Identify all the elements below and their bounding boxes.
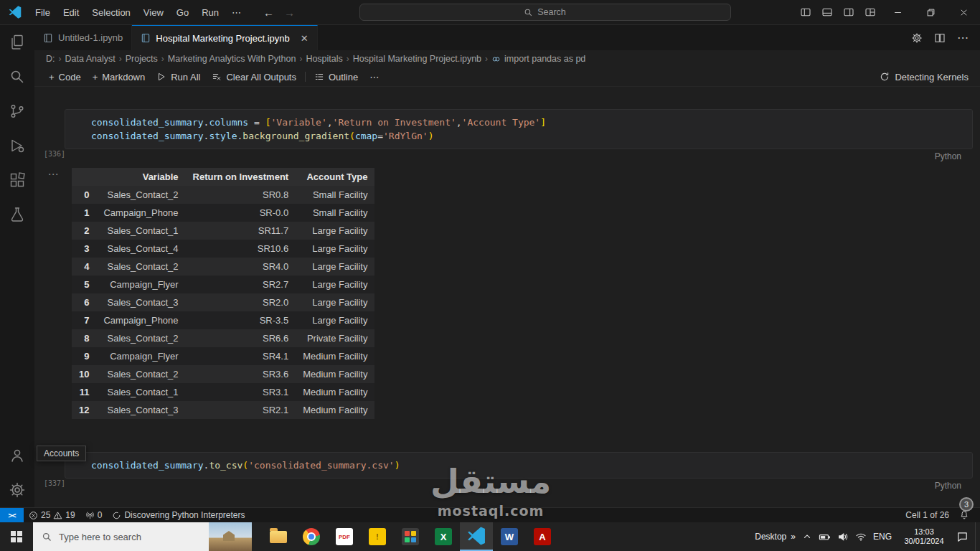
python-interpreter-status[interactable]: Discovering Python Interpreters	[107, 508, 250, 523]
search-sidebar-icon[interactable]	[0, 60, 34, 94]
overlay-badge: 3	[959, 497, 974, 512]
loading-spinner-icon	[112, 511, 121, 520]
toolbar-more-icon[interactable]: ⋯	[364, 67, 385, 87]
back-icon[interactable]: ←	[263, 6, 274, 19]
toggle-sidebar-icon[interactable]	[795, 0, 816, 25]
breadcrumb-item[interactable]: D:	[46, 54, 55, 64]
column-header: Return on Investment	[186, 168, 296, 186]
ports-indicator[interactable]: 0	[80, 508, 108, 523]
table-row: 2Sales_Contact_1SR11.7Large Facility	[72, 222, 374, 240]
remote-indicator[interactable]: ><	[0, 508, 24, 522]
kernel-status[interactable]: Detecting Kernels	[880, 72, 969, 83]
search-icon	[42, 532, 52, 542]
cell-language-label[interactable]: Python	[935, 151, 961, 161]
kernel-refresh-icon	[880, 72, 890, 82]
add-markdown-cell-button[interactable]: + Markdown	[87, 67, 151, 87]
excel-icon[interactable]: X	[427, 522, 460, 551]
action-center-icon[interactable]	[956, 531, 969, 543]
pdf-app-icon[interactable]: PDF	[328, 522, 361, 551]
problems-indicator[interactable]: 25 19	[24, 508, 80, 523]
editor-more-icon[interactable]: ⋯	[953, 25, 973, 50]
breadcrumb-item[interactable]: Hospital Marketing Project.ipynb	[353, 54, 481, 64]
hidden-icons-chevron-icon[interactable]	[802, 532, 812, 542]
editor-settings-gear-icon[interactable]	[907, 25, 927, 50]
vscode-taskbar-icon[interactable]	[460, 522, 493, 551]
menu-selection[interactable]: Selection	[85, 0, 136, 25]
breadcrumb-item[interactable]: Marketing Analytics With Python	[168, 54, 296, 64]
chevron-double-icon: »	[791, 532, 796, 542]
chevron-right-icon: ›	[347, 54, 349, 64]
testing-icon[interactable]	[0, 197, 34, 232]
file-explorer-icon[interactable]	[262, 522, 295, 551]
taskbar-search-input[interactable]: Type here to search	[33, 522, 252, 551]
chrome-icon[interactable]	[295, 522, 328, 551]
network-wifi-icon[interactable]	[855, 531, 867, 542]
menu-view[interactable]: View	[137, 0, 170, 25]
table-row: 1Campaign_PhoneSR-0.0Small Facility	[72, 204, 374, 222]
table-row: 10Sales_Contact_2SR3.6Medium Facility	[72, 365, 374, 383]
toggle-secondary-sidebar-icon[interactable]	[838, 0, 859, 25]
tab-hospital-marketing-project[interactable]: Hospital Marketing Project.ipynb ✕	[132, 25, 317, 50]
output-more-icon[interactable]: ⋯	[48, 168, 59, 180]
tab-untitled-1[interactable]: Untitled-1.ipynb	[34, 25, 132, 50]
breadcrumb-item[interactable]: Data Analyst	[65, 54, 116, 64]
close-button[interactable]	[947, 0, 980, 25]
explorer-icon[interactable]	[0, 25, 34, 60]
run-all-button[interactable]: Run All	[151, 67, 206, 87]
source-control-icon[interactable]	[0, 94, 34, 128]
code-cell-337: [337] consolidated_summary.to_csv('conso…	[34, 452, 980, 479]
chevron-right-icon: ›	[299, 54, 302, 64]
menu-run[interactable]: Run	[195, 0, 225, 25]
yellow-app-icon[interactable]: !	[361, 522, 394, 551]
menu-more-icon[interactable]: ⋯	[225, 0, 248, 25]
media-app-icon[interactable]	[394, 522, 427, 551]
accounts-tooltip: Accounts	[37, 446, 86, 461]
run-debug-icon[interactable]	[0, 128, 34, 163]
restore-button[interactable]	[914, 0, 947, 25]
settings-gear-icon[interactable]	[0, 473, 34, 507]
search-highlight-image[interactable]	[209, 522, 252, 551]
clear-all-icon	[212, 72, 222, 82]
language-indicator[interactable]: ENG	[873, 532, 892, 542]
table-row: 11Sales_Contact_1SR3.1Medium Facility	[72, 383, 374, 401]
code-editor[interactable]: consolidated_summary.to_csv('consolidate…	[65, 452, 973, 479]
add-code-cell-button[interactable]: + Code	[43, 67, 87, 87]
extensions-icon[interactable]	[0, 163, 34, 197]
accounts-icon[interactable]	[0, 438, 34, 473]
clear-all-outputs-button[interactable]: Clear All Outputs	[206, 67, 302, 87]
command-search-box[interactable]: Search	[359, 4, 731, 21]
tab-close-icon[interactable]: ✕	[301, 33, 308, 44]
customize-layout-icon[interactable]	[859, 0, 881, 25]
acrobat-icon[interactable]: A	[526, 522, 559, 551]
code-editor[interactable]: consolidated_summary.columns = ['Variabl…	[65, 109, 973, 149]
cell-language-label[interactable]: Python	[935, 481, 961, 491]
menu-file[interactable]: File	[29, 0, 57, 25]
error-icon	[29, 511, 38, 520]
taskbar-clock[interactable]: 13:03 30/01/2024	[898, 527, 950, 546]
time: 13:03	[898, 527, 950, 537]
toggle-panel-icon[interactable]	[816, 0, 838, 25]
split-editor-icon[interactable]	[930, 25, 950, 50]
menu-go[interactable]: Go	[170, 0, 195, 25]
minimize-button[interactable]	[881, 0, 914, 25]
table-row: 6Sales_Contact_3SR2.0Large Facility	[72, 293, 374, 311]
column-header: Account Type	[296, 168, 374, 186]
breadcrumb-item[interactable]: Hospitals	[306, 54, 342, 64]
desktop-toolbar[interactable]: Desktop »	[755, 532, 796, 542]
cell-position-indicator[interactable]: Cell 1 of 26	[900, 508, 954, 523]
volume-icon[interactable]	[837, 531, 849, 542]
word-icon[interactable]: W	[493, 522, 526, 551]
table-header-row: Variable Return on Investment Account Ty…	[72, 168, 374, 186]
index-header	[72, 168, 96, 186]
table-row: 9Campaign_FlyerSR4.1Medium Facility	[72, 347, 374, 365]
show-desktop-button[interactable]	[975, 522, 979, 551]
outline-button[interactable]: Outline	[308, 67, 364, 87]
battery-icon[interactable]	[819, 531, 831, 543]
breadcrumb-item[interactable]: Projects	[126, 54, 158, 64]
menu-edit[interactable]: Edit	[57, 0, 85, 25]
status-bar: >< 25 19 0 Discovering Python Interprete…	[0, 507, 980, 522]
search-icon	[524, 8, 533, 17]
start-button[interactable]	[0, 522, 33, 551]
cell-gutter: [336]	[34, 109, 65, 149]
breadcrumb-item[interactable]: import pandas as pd	[504, 54, 585, 64]
